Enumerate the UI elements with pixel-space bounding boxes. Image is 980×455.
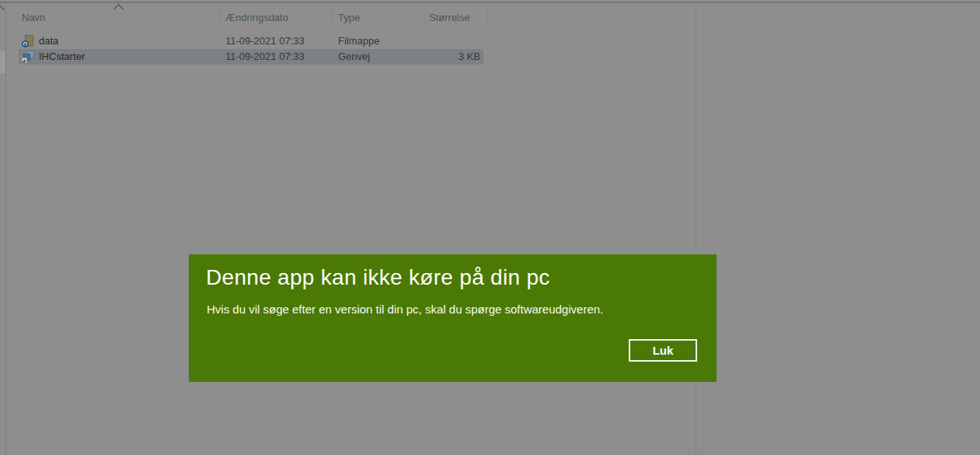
file-date: 11-09-2021 07:33 [225,49,305,65]
column-separator[interactable] [219,5,220,23]
file-date: 11-09-2021 07:33 [225,33,305,49]
close-button[interactable]: Luk [629,339,697,362]
chevron-up-icon [0,5,5,15]
file-name[interactable]: data [39,33,58,49]
dialog-message: Hvis du vil søge efter en version til di… [207,303,603,316]
file-type: Filmappe [338,33,379,49]
file-type: Genvej [338,49,370,65]
nav-pane-divider [5,3,6,455]
column-separator[interactable] [487,5,488,23]
column-header-stoerrelse[interactable]: Størrelse [429,12,470,23]
nav-scrollbar-thumb[interactable] [0,51,5,73]
window-border [0,2,980,3]
column-separator[interactable] [333,5,333,23]
column-header-navn[interactable]: Navn [22,12,45,23]
file-size: 3 KB [425,49,480,65]
screen: { "explorer": { "columns": ["Navn", "Ænd… [0,0,980,455]
shortcut-icon [22,51,34,63]
sort-ascending-icon [113,4,124,14]
smartscreen-dialog: Denne app kan ikke køre på din pc Hvis d… [189,254,717,382]
column-header-type[interactable]: Type [338,12,360,23]
file-name[interactable]: IHCstarter [39,49,85,65]
dialog-title: Denne app kan ikke køre på din pc [206,265,550,290]
column-header-aendringsdato[interactable]: Ændringsdato [225,12,288,23]
preview-pane-divider [696,3,696,455]
folder-icon [22,35,34,47]
column-separator[interactable] [425,5,426,23]
